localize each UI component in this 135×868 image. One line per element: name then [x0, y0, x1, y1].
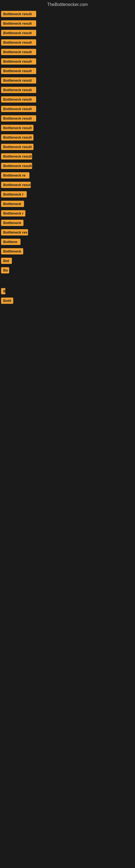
list-item	[1, 318, 134, 327]
bottleneck-badge[interactable]: Bottleneck result	[1, 58, 36, 65]
list-item: Bottleneck	[1, 201, 134, 207]
list-item: Bottleneck	[1, 248, 134, 254]
list-item	[1, 364, 134, 372]
bottleneck-badge[interactable]: B	[1, 288, 5, 294]
bottleneck-badge[interactable]: Bottleneck result	[1, 77, 36, 84]
list-item: Bottleneck result	[1, 134, 134, 141]
bottleneck-badge[interactable]: Bot	[1, 258, 12, 264]
bottleneck-badge[interactable]: Bottleneck result	[1, 11, 36, 17]
bottleneck-badge[interactable]: Bottleneck r	[1, 210, 26, 216]
list-item: Bottleneck result	[1, 182, 134, 188]
list-item: Bottleneck result	[1, 163, 134, 169]
list-item: Bottleneck r	[1, 191, 134, 197]
list-item: B	[1, 288, 134, 294]
bottleneck-badge[interactable]: Bottleneck result	[1, 125, 34, 131]
bottleneck-badge[interactable]: Bottleneck result	[1, 144, 34, 150]
bottleneck-badge[interactable]: Bottleneck	[1, 248, 23, 254]
list-item: Bottl	[1, 298, 134, 304]
list-item: Bo	[1, 267, 134, 273]
bottleneck-badge[interactable]: Bottlene	[1, 239, 20, 245]
bottleneck-badge[interactable]: Bottleneck result	[1, 153, 32, 159]
list-item: Bottleneck result	[1, 49, 134, 55]
bottleneck-badge[interactable]: Bottleneck result	[1, 68, 36, 74]
list-item: Bottleneck result	[1, 11, 134, 17]
bottleneck-badge[interactable]: Bottleneck result	[1, 163, 32, 169]
list-item: Bottleneck result	[1, 68, 134, 74]
bottleneck-badge[interactable]: Bottleneck result	[1, 182, 31, 188]
bottleneck-badge[interactable]: Bottleneck	[1, 201, 24, 207]
bottleneck-badge[interactable]: Bo	[1, 267, 9, 273]
list-item	[1, 330, 134, 338]
bottleneck-badge[interactable]: Bottleneck result	[1, 87, 36, 93]
list-item: Bottleneck re	[1, 172, 134, 179]
list-item: Bottleneck res	[1, 229, 134, 236]
bottleneck-badge[interactable]: Bottleneck result	[1, 39, 36, 45]
list-item: Bottleneck result	[1, 58, 134, 65]
list-item: Bottleneck result	[1, 20, 134, 27]
list-item: Bottleneck result	[1, 77, 134, 84]
bottleneck-badge[interactable]: Bottleneck r	[1, 191, 27, 197]
list-item: Bottlene	[1, 239, 134, 245]
list-item: Bottleneck result	[1, 30, 134, 36]
list-item: Bottleneck result	[1, 106, 134, 112]
bottleneck-badge[interactable]: Bottleneck res	[1, 229, 28, 236]
bottleneck-badge[interactable]: Bottleneck result	[1, 30, 36, 36]
list-item: Bottleneck	[1, 220, 134, 226]
bottleneck-badge[interactable]: Bottleneck result	[1, 49, 36, 55]
list-item: Bot	[1, 258, 134, 264]
site-title: TheBottlenecker.com	[0, 0, 135, 9]
list-item: Bottleneck result	[1, 125, 134, 131]
bottleneck-badge[interactable]: Bottleneck result	[1, 134, 34, 141]
bottleneck-badge[interactable]: Bottleneck result	[1, 20, 36, 27]
bottleneck-badge[interactable]: Bottleneck	[1, 220, 24, 226]
list-item: Bottleneck result	[1, 96, 134, 102]
bottleneck-badge[interactable]: Bottleneck result	[1, 115, 36, 122]
list-item	[1, 352, 134, 361]
list-item: Bottleneck result	[1, 87, 134, 93]
list-item: Bottleneck result	[1, 144, 134, 150]
list-item: Bottleneck result	[1, 153, 134, 159]
list-item	[1, 307, 134, 315]
list-item: Bottleneck result	[1, 115, 134, 122]
list-item	[1, 341, 134, 349]
bottleneck-badge[interactable]: Bottleneck result	[1, 106, 36, 112]
list-item: Bottleneck r	[1, 210, 134, 216]
bottleneck-badge[interactable]: Bottl	[1, 298, 13, 304]
bottleneck-badge[interactable]: Bottleneck result	[1, 96, 36, 102]
list-item	[1, 277, 134, 285]
bottleneck-list: Bottleneck resultBottleneck resultBottle…	[0, 9, 135, 374]
list-item: Bottleneck result	[1, 39, 134, 45]
bottleneck-badge[interactable]: Bottleneck re	[1, 172, 30, 179]
